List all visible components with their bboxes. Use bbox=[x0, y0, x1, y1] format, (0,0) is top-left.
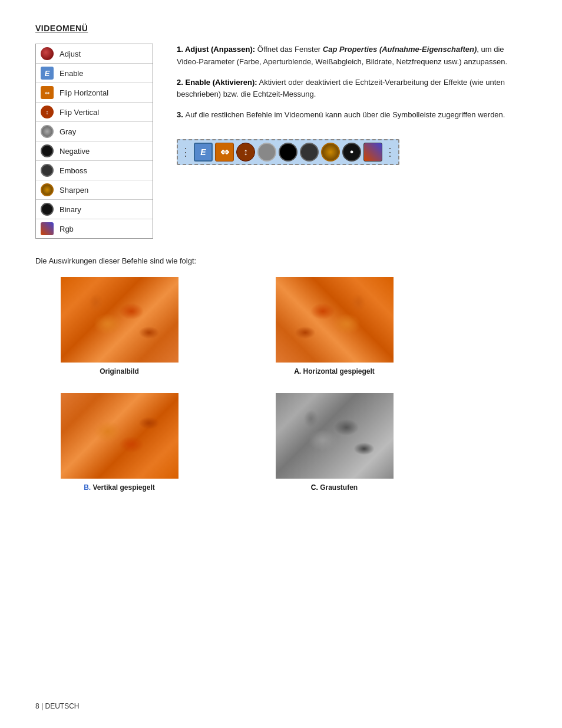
caption-text-flipv: Vertikal gespiegelt bbox=[92, 483, 154, 492]
menu-label-rgb: Rgb bbox=[59, 225, 74, 233]
image-fliph bbox=[276, 277, 394, 363]
desc-item-1: 1. Adjust (Anpassen): Öffnet das Fenster… bbox=[177, 44, 527, 68]
toolbar-binary-icon: ● bbox=[342, 143, 361, 162]
menu-label-flip-horizontal: Flip Horizontal bbox=[59, 88, 108, 97]
toolbar-gray-icon bbox=[257, 143, 276, 162]
menu-label-adjust: Adjust bbox=[59, 50, 81, 58]
desc-keyword-2: Enable (Aktivieren): bbox=[185, 78, 257, 87]
menu-item-flip-vertical[interactable]: ↕ Flip Vertical bbox=[36, 103, 153, 122]
enable-icon: E bbox=[41, 67, 54, 80]
caption-text-fliph: Horizontal gespiegelt bbox=[303, 367, 374, 375]
menu-item-adjust[interactable]: Adjust bbox=[36, 44, 153, 64]
menu-label-gray: Gray bbox=[59, 127, 76, 136]
caption-flipv: B. Vertikal gespiegelt bbox=[84, 483, 155, 492]
page-title: VIDEOMENÜ bbox=[35, 24, 527, 33]
caption-letter-fliph: A. bbox=[294, 367, 301, 375]
image-item-original: Originalbild bbox=[35, 277, 203, 375]
toolbar-enable-icon: E bbox=[194, 143, 213, 162]
negative-icon bbox=[41, 144, 54, 157]
toolbar-negative-icon bbox=[279, 143, 297, 162]
menu-label-binary: Binary bbox=[59, 205, 81, 214]
menu-item-gray[interactable]: Gray bbox=[36, 122, 153, 141]
menu-label-negative: Negative bbox=[59, 147, 90, 156]
caption-letter-gray: C. bbox=[311, 483, 318, 492]
menu-label-enable: Enable bbox=[59, 69, 83, 78]
page-footer: 8 | DEUTSCH bbox=[35, 702, 80, 710]
desc-bold-italic-1: Cap Properties (Aufnahme-Eigenschaften) bbox=[323, 45, 477, 54]
toolbar-sharpen-icon bbox=[321, 143, 340, 162]
footer-language: DEUTSCH bbox=[45, 702, 79, 710]
menu-panel: Adjust E Enable ⇔ Flip Horizontal ↕ Flip… bbox=[35, 44, 153, 239]
description-area: 1. Adjust (Anpassen): Öffnet das Fenster… bbox=[177, 44, 527, 239]
image-item-gray: C. Graustufen bbox=[250, 393, 418, 492]
toolbar-dots-left: ⋮ bbox=[180, 144, 191, 161]
images-grid: Originalbild A. Horizontal gespiegelt B.… bbox=[35, 277, 418, 492]
menu-label-sharpen: Sharpen bbox=[59, 186, 88, 195]
menu-label-flip-vertical: Flip Vertical bbox=[59, 108, 99, 117]
toolbar-fliph-icon: ⇔ bbox=[215, 143, 234, 162]
menu-item-enable[interactable]: E Enable bbox=[36, 64, 153, 83]
desc-item-3: 3. Auf die restlichen Befehle im Videome… bbox=[177, 109, 527, 121]
toolbar-emboss-icon bbox=[300, 143, 319, 162]
sharpen-icon bbox=[41, 183, 54, 196]
binary-icon bbox=[41, 203, 54, 216]
caption-original: Originalbild bbox=[100, 367, 139, 375]
flip-horizontal-icon: ⇔ bbox=[41, 86, 54, 99]
desc-num-2: 2. bbox=[177, 78, 185, 87]
menu-item-negative[interactable]: Negative bbox=[36, 141, 153, 161]
caption-letter-flipv: B. bbox=[84, 483, 91, 492]
menu-item-emboss[interactable]: Emboss bbox=[36, 161, 153, 180]
flip-vertical-icon: ↕ bbox=[41, 106, 54, 118]
menu-item-flip-horizontal[interactable]: ⇔ Flip Horizontal bbox=[36, 83, 153, 103]
rgb-icon bbox=[41, 222, 54, 235]
caption-fliph: A. Horizontal gespiegelt bbox=[294, 367, 375, 375]
caption-text-gray: Graustufen bbox=[320, 483, 358, 492]
toolbar-dots-right: ⋮ bbox=[385, 144, 396, 161]
toolbar-flipv-icon: ↕ bbox=[236, 143, 255, 162]
menu-item-sharpen[interactable]: Sharpen bbox=[36, 180, 153, 200]
desc-keyword-1: Adjust (Anpassen): bbox=[185, 45, 255, 54]
menu-item-rgb[interactable]: Rgb bbox=[36, 219, 153, 238]
toolbar-rgb-icon bbox=[363, 143, 382, 162]
menu-item-binary[interactable]: Binary bbox=[36, 200, 153, 219]
desc-num-1: 1. bbox=[177, 45, 185, 54]
top-section: Adjust E Enable ⇔ Flip Horizontal ↕ Flip… bbox=[35, 44, 527, 239]
image-item-flipv: B. Vertikal gespiegelt bbox=[35, 393, 203, 492]
effects-intro: Die Auswirkungen dieser Befehle sind wie… bbox=[35, 256, 527, 265]
desc-num-3: 3. bbox=[177, 110, 185, 119]
image-original bbox=[61, 277, 178, 363]
gray-icon bbox=[41, 125, 54, 138]
footer-page-number: 8 bbox=[35, 702, 39, 710]
image-flipv bbox=[61, 393, 178, 479]
image-item-fliph: A. Horizontal gespiegelt bbox=[250, 277, 418, 375]
adjust-icon bbox=[41, 47, 54, 60]
desc-item-2: 2. Enable (Aktivieren): Aktiviert oder d… bbox=[177, 77, 527, 101]
toolbar-preview: ⋮ E ⇔ ↕ ● ⋮ bbox=[177, 139, 399, 165]
caption-gray: C. Graustufen bbox=[311, 483, 358, 492]
emboss-icon bbox=[41, 164, 54, 177]
menu-label-emboss: Emboss bbox=[59, 166, 87, 175]
image-gray bbox=[276, 393, 394, 479]
caption-text-original: Originalbild bbox=[100, 367, 139, 375]
